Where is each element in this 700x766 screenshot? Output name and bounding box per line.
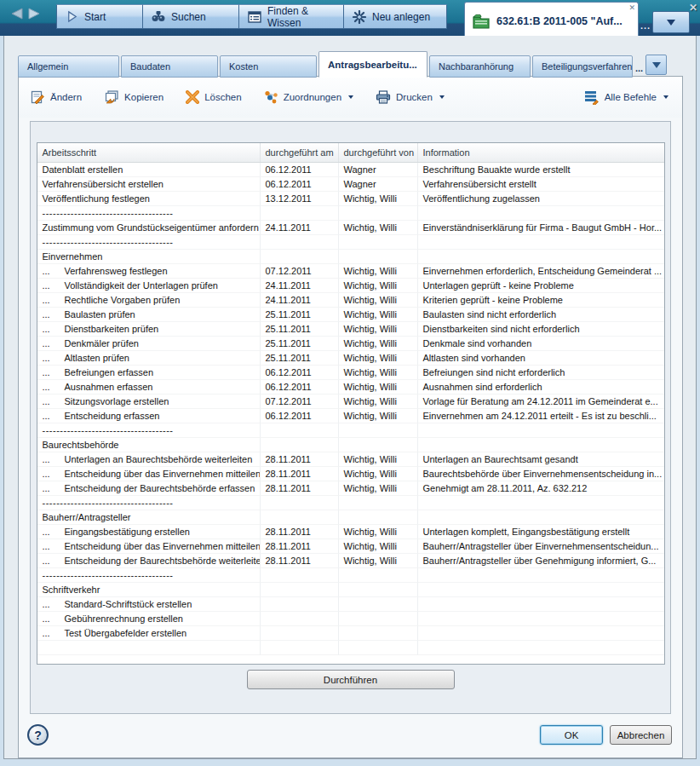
table-row[interactable]: ...Entscheidung der Baurechtsbehörde wei… <box>37 554 664 568</box>
table-cell: Wichtig, Willi <box>339 322 418 337</box>
table-row[interactable]: ...Denkmäler prüfen25.11.2011Wichtig, Wi… <box>37 337 664 351</box>
table-row[interactable]: ...Vollständigkeit der Unterlagen prüfen… <box>37 279 664 293</box>
table-row[interactable]: ...Ausnahmen erfassen06.12.2011Wichtig, … <box>37 380 664 395</box>
table-cell: Beschriftung Bauakte wurde erstellt <box>418 163 664 177</box>
loeschen-button[interactable]: Löschen <box>186 90 241 104</box>
help-icon[interactable]: ? <box>27 724 49 746</box>
tab-baudaten[interactable]: Baudaten <box>121 55 218 78</box>
zuordnungen-button[interactable]: Zuordnungen <box>264 90 353 104</box>
table-cell: Verfahrensübersicht erstellen <box>37 177 261 192</box>
tab-nachbaranhoerung[interactable]: Nachbaranhörung <box>429 55 531 78</box>
table-cell: Wichtig, Willi <box>339 539 418 554</box>
tab-allgemein[interactable]: Allgemein <box>18 55 119 78</box>
table-cell <box>339 612 418 626</box>
play-icon <box>66 10 78 23</box>
column-header-arbeitsschritt[interactable]: Arbeitsschritt <box>37 143 261 162</box>
table-row[interactable]: ...Standard-Schriftstück erstellen <box>37 597 664 612</box>
topbar-dropdown-button[interactable] <box>652 11 690 33</box>
table-cell: 25.11.2011 <box>261 322 339 337</box>
tab-label: Kosten <box>229 61 258 72</box>
table-row[interactable]: ...Altlasten prüfen25.11.2011Wichtig, Wi… <box>37 351 664 366</box>
table-cell: Verfahrensübersicht erstellt <box>418 177 664 192</box>
document-tab-close-icon[interactable]: ✕ <box>628 3 635 12</box>
nav-back-icon[interactable] <box>5 5 24 22</box>
table-row[interactable]: ...Entscheidung über das Einvernehmen mi… <box>37 467 664 481</box>
table-row[interactable]: Datenblatt erstellen06.12.2011WagnerBesc… <box>37 163 664 177</box>
table-cell: Wichtig, Willi <box>339 525 418 539</box>
tab-kosten[interactable]: Kosten <box>220 55 317 78</box>
ok-button[interactable]: OK <box>540 725 603 745</box>
table-cell <box>418 235 664 250</box>
table-row[interactable]: ------------------------------------- <box>37 423 664 438</box>
tab-beteiligungsverfahren[interactable]: Beteiligungsverfahren <box>532 55 633 78</box>
table-row[interactable]: ...Rechtliche Vorgaben prüfen24.11.2011W… <box>37 293 664 308</box>
table-row[interactable]: ...Entscheidung über das Einvernehmen mi… <box>37 539 664 554</box>
table-row[interactable]: ...Gebührenrechnung erstellen <box>37 612 664 626</box>
table-row[interactable]: Einvernehmen <box>37 250 664 264</box>
table-cell <box>418 423 664 438</box>
column-header-durchgefuehrt-am[interactable]: durchgeführt am <box>261 143 339 162</box>
table-row[interactable]: ...Dienstbarkeiten prüfen25.11.2011Wicht… <box>37 322 664 337</box>
table-row[interactable]: ------------------------------------- <box>37 235 664 250</box>
sub-step-ellipsis: ... <box>43 527 65 537</box>
table-row[interactable]: Verfahrensübersicht erstellen06.12.2011W… <box>37 177 664 192</box>
topbar-overflow-ellipsis: ... <box>640 20 651 31</box>
zuordnungen-label: Zuordnungen <box>284 92 341 102</box>
table-cell: Wichtig, Willi <box>339 395 418 409</box>
table-cell <box>261 597 339 612</box>
table-cell: ...Baulasten prüfen <box>37 308 261 322</box>
table-row[interactable]: ...Test Übergabefelder erstellen <box>37 626 664 641</box>
table-cell <box>37 641 261 655</box>
table-cell: 06.12.2011 <box>261 177 339 192</box>
table-row[interactable]: ------------------------------------- <box>37 496 664 510</box>
table-cell: Wichtig, Willi <box>339 452 418 467</box>
table-row[interactable]: ------------------------------------- <box>37 206 664 221</box>
table-cell: ...Entscheidung der Baurechtsbehörde wei… <box>37 554 261 568</box>
aendern-button[interactable]: Ändern <box>31 90 82 104</box>
nav-forward-icon[interactable] <box>27 5 46 22</box>
table-row[interactable]: ...Eingangsbestätigung erstellen28.11.20… <box>37 525 664 539</box>
start-button[interactable]: Start <box>56 4 143 29</box>
table-row[interactable]: ...Unterlagen an Baurechtsbehörde weiter… <box>37 452 664 467</box>
alle-befehle-button[interactable]: Alle Befehle <box>584 90 668 105</box>
table-row[interactable]: ...Verfahrensweg festlegen07.12.2011Wich… <box>37 264 664 279</box>
table-row[interactable]: ...Sitzungsvorlage erstellen07.12.2011Wi… <box>37 395 664 409</box>
table-row[interactable]: Baurechtsbehörde <box>37 438 664 452</box>
table-row[interactable]: ------------------------------------- <box>37 568 664 583</box>
table-cell: 07.12.2011 <box>261 264 339 279</box>
kopieren-button[interactable]: Kopieren <box>104 90 164 104</box>
sub-step-ellipsis: ... <box>43 266 65 276</box>
table-row[interactable]: Bauherr/Antragsteller <box>37 510 664 525</box>
sub-step-ellipsis: ... <box>43 324 65 334</box>
table-cell <box>339 496 418 510</box>
table-cell: Einverständniserklärung für Firma - Baug… <box>418 221 664 235</box>
tab-antragsbearbeitung[interactable]: Antragsbearbeitu... <box>318 51 427 78</box>
suchen-button[interactable]: Suchen <box>142 4 239 29</box>
table-cell: 24.11.2011 <box>261 279 339 293</box>
table-row[interactable]: Schriftverkehr <box>37 583 664 597</box>
table-row[interactable] <box>37 641 664 655</box>
drucken-button[interactable]: Drucken <box>376 90 445 104</box>
tabstrip-dropdown-button[interactable] <box>645 55 667 75</box>
finden-wissen-button[interactable]: Finden & Wissen <box>238 4 344 29</box>
abbrechen-button[interactable]: Abbrechen <box>610 725 672 745</box>
column-header-information[interactable]: Information <box>418 143 664 162</box>
table-cell <box>261 583 339 597</box>
table-row[interactable]: ...Baulasten prüfen25.11.2011Wichtig, Wi… <box>37 308 664 322</box>
column-header-durchgefuehrt-von[interactable]: durchgeführt von <box>339 143 418 162</box>
table-row[interactable]: ...Befreiungen erfassen06.12.2011Wichtig… <box>37 366 664 380</box>
table-cell: ...Entscheidung über das Einvernehmen mi… <box>37 467 261 481</box>
table-row[interactable]: ...Entscheidung der Baurechtsbehörde erf… <box>37 481 664 496</box>
table-row[interactable]: Zustimmung vom Grundstückseigentümer anf… <box>37 221 664 235</box>
neu-anlegen-button[interactable]: Neu anlegen <box>343 4 447 29</box>
table-row[interactable]: ...Entscheidung erfassen06.12.2011Wichti… <box>37 409 664 423</box>
table-cell <box>261 250 339 264</box>
sub-step-ellipsis: ... <box>43 353 65 363</box>
table-row[interactable]: Veröffentlichung festlegen13.12.2011Wich… <box>37 192 664 206</box>
window-close-icon[interactable]: ✕ <box>689 2 697 14</box>
table-cell <box>339 250 418 264</box>
document-tab[interactable]: 632.61:B 2011-005 "Auf... ✕ <box>464 2 639 36</box>
table-cell: Bauherr/Antragsteller über Einvernehmens… <box>418 539 664 554</box>
durchfuehren-button[interactable]: Durchführen <box>247 670 455 689</box>
table-cell <box>339 438 418 452</box>
